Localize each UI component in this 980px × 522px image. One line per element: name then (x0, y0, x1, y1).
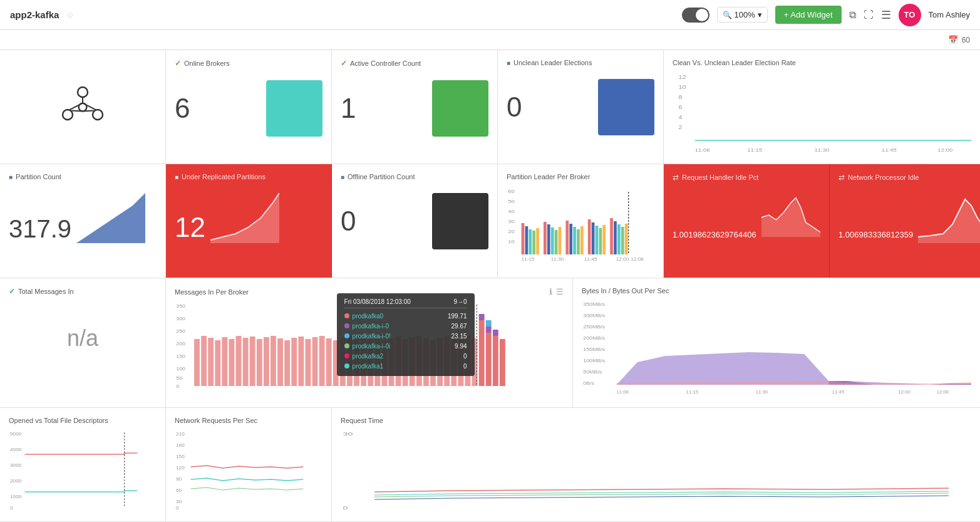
request-time-chart: 30 0 11:08 11:15 11:30 11:45 12:00 12:08 (341, 429, 971, 511)
offline-partition-color-block (432, 193, 488, 249)
svg-text:180: 180 (176, 442, 185, 448)
clean-vs-unclean-title: Clean Vs. Unclean Leader Election Rate (673, 59, 971, 66)
network-processor-icon: ⇄ (838, 173, 845, 182)
fullscreen-button[interactable]: ⛶ (864, 9, 874, 21)
svg-text:300: 300 (176, 315, 185, 321)
svg-text:120: 120 (176, 465, 185, 471)
network-processor-widget: ⇄ Network Processor Idle 1.0069833368123… (830, 164, 980, 278)
svg-rect-42 (577, 229, 580, 254)
offline-partition-widget: ■ Offline Partition Count 0 (332, 164, 498, 278)
zoom-icon: 🔍 (723, 11, 732, 19)
svg-text:50: 50 (508, 199, 515, 204)
svg-rect-83 (284, 340, 290, 386)
request-handler-icon: ⇄ (673, 173, 679, 182)
svg-text:2: 2 (679, 124, 683, 130)
kafka-logo-cell (0, 50, 166, 164)
tooltip-item-4: prodkafka2 0 (344, 351, 467, 361)
svg-text:6: 6 (679, 104, 683, 110)
network-processor-value: 1.006983336812359 (838, 230, 913, 239)
svg-rect-79 (257, 339, 262, 386)
svg-text:60: 60 (508, 189, 515, 194)
svg-point-2 (93, 110, 103, 120)
svg-point-1 (63, 110, 73, 120)
svg-rect-72 (208, 338, 214, 386)
svg-text:12:08: 12:08 (936, 389, 948, 395)
svg-text:0: 0 (176, 505, 179, 511)
zoom-control[interactable]: 🔍 100% ▾ (717, 7, 768, 23)
svg-rect-114 (486, 326, 492, 333)
bytes-in-out-widget: Bytes In / Bytes Out Per Sec 350MB/s 300… (573, 278, 980, 407)
partition-count-value: 317.9 (9, 215, 71, 243)
external-link-button[interactable]: ⧉ (849, 9, 856, 21)
svg-rect-41 (573, 227, 576, 254)
svg-text:11:45: 11:45 (584, 257, 597, 262)
row-3: ✓ Total Messages In n/a Messages In Per … (0, 278, 980, 408)
svg-marker-61 (918, 199, 980, 243)
svg-text:100MB/s: 100MB/s (583, 357, 605, 363)
partition-count-label: Partition Count (16, 173, 61, 180)
svg-text:90: 90 (176, 476, 182, 482)
request-handler-label: Request Handler Idle Pct (682, 174, 758, 181)
theme-toggle[interactable] (682, 8, 709, 23)
svg-rect-115 (486, 320, 492, 326)
svg-rect-88 (319, 336, 325, 386)
check-icon-2: ✓ (341, 59, 347, 68)
tooltip-item-3: prodkafka-i-0i 9.94 (344, 341, 467, 351)
favorite-icon[interactable]: ☆ (66, 10, 75, 20)
menu-dots-icon[interactable]: ☰ (556, 287, 564, 296)
svg-rect-39 (565, 221, 569, 254)
svg-marker-60 (761, 198, 820, 238)
online-brokers-value: 6 (175, 93, 259, 124)
svg-text:11:15: 11:15 (522, 257, 535, 262)
calendar-icon: 📅 (948, 35, 958, 44)
svg-text:10: 10 (679, 84, 686, 90)
svg-rect-78 (250, 337, 255, 386)
svg-rect-43 (580, 226, 584, 254)
svg-text:300MB/s: 300MB/s (583, 312, 605, 318)
svg-rect-40 (569, 224, 572, 254)
svg-rect-34 (544, 222, 547, 254)
svg-rect-33 (536, 228, 539, 254)
unclean-elections-label: Unclean Leader Elections (513, 59, 592, 66)
unclean-elections-value: 0 (507, 91, 591, 123)
clean-vs-unclean-widget: Clean Vs. Unclean Leader Election Rate 1… (664, 50, 980, 164)
check-icon: ✓ (175, 59, 181, 68)
svg-rect-46 (596, 226, 599, 254)
svg-text:350: 350 (176, 303, 185, 308)
svg-marker-21 (76, 193, 145, 243)
svg-rect-73 (215, 340, 220, 386)
svg-text:30: 30 (176, 499, 182, 504)
svg-text:150: 150 (176, 454, 185, 459)
tooltip-item-5: prodkafka1 0 (344, 361, 467, 371)
svg-text:12:00: 12:00 (616, 257, 629, 262)
info-icon[interactable]: ℹ (549, 287, 552, 296)
svg-rect-37 (555, 230, 558, 254)
unclean-elections-widget: ■ Unclean Leader Elections 0 (498, 50, 664, 164)
messages-per-broker-widget: Messages In Per Broker ℹ ☰ 350 300 250 2… (166, 278, 573, 407)
sub-header: 📅 60 (0, 30, 980, 50)
online-brokers-color-block (266, 80, 322, 137)
svg-text:350MB/s: 350MB/s (583, 301, 605, 306)
svg-point-0 (78, 87, 88, 97)
svg-rect-117 (493, 330, 498, 336)
svg-text:200MB/s: 200MB/s (583, 335, 605, 340)
under-replicated-label: Under Replicated Partitions (182, 173, 266, 180)
svg-text:4000: 4000 (10, 447, 22, 452)
add-widget-button[interactable]: + Add Widget (775, 6, 842, 24)
unclean-elections-color-block (598, 79, 654, 135)
svg-text:12:00: 12:00 (898, 389, 910, 395)
svg-rect-74 (222, 337, 227, 386)
svg-rect-30 (525, 226, 529, 254)
svg-text:11:45: 11:45 (832, 389, 844, 395)
app-header: app2-kafka ☆ 🔍 100% ▾ + Add Widget ⧉ ⛶ ☰… (0, 0, 980, 30)
svg-rect-31 (529, 229, 532, 254)
file-descriptors-chart: 5000 4000 3000 2000 1000 0 11:15 11:30 1… (9, 429, 157, 511)
svg-rect-80 (264, 337, 269, 386)
row-1: ✓ Online Brokers 6 ✓ Active Controller C… (0, 50, 980, 164)
svg-line-6 (83, 110, 94, 111)
svg-text:200: 200 (176, 340, 185, 346)
tooltip-item-1: prodkafka-i-0 29.67 (344, 321, 467, 331)
menu-button[interactable]: ☰ (881, 8, 891, 22)
request-handler-sparkline (761, 187, 820, 243)
partition-leader-chart: 60 50 40 30 20 10 (507, 185, 654, 267)
